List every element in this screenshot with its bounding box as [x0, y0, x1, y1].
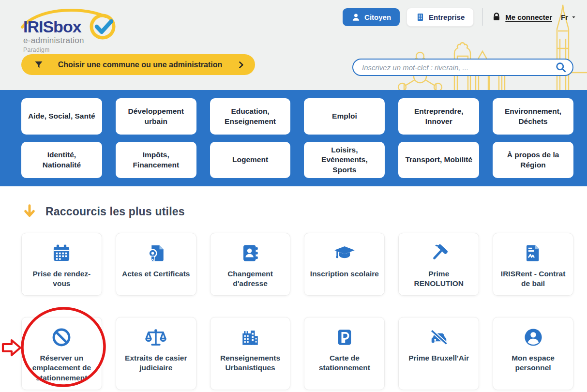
header-actions: Citoyen Entreprise Me connecter Fr — [343, 7, 576, 27]
category-band: Aide, Social, Santé Développement urbain… — [0, 90, 587, 186]
person-circle-icon — [523, 326, 544, 348]
shortcut-renseignements-urbanistiques[interactable]: Renseignements Urbanistiques — [210, 317, 291, 390]
shortcut-label: IRISRent - Contrat de bail — [498, 269, 568, 288]
shortcut-label: Actes et Certificats — [122, 269, 190, 279]
shortcut-label: Prise de rendez-vous — [27, 269, 97, 288]
shortcut-irisrent-contrat-de-bail[interactable]: IRISRent - Contrat de bail — [493, 233, 573, 296]
search-input[interactable] — [362, 63, 555, 72]
calendar-icon — [51, 242, 72, 264]
category-aide-social-sante[interactable]: Aide, Social, Santé — [21, 98, 102, 135]
shortcut-changement-adresse[interactable]: Changement d'adresse — [210, 233, 291, 296]
logo-subtitle: e-administration — [23, 36, 84, 45]
chevron-right-icon — [237, 60, 245, 69]
shortcut-label: Prime RENOLUTION — [404, 269, 474, 288]
red-arrow-annotation — [3, 340, 20, 355]
justice-scales-icon — [145, 326, 167, 348]
citoyen-button[interactable]: Citoyen — [343, 8, 400, 26]
shortcut-label: Prime Bruxell'Air — [408, 353, 469, 363]
filter-icon — [34, 60, 44, 70]
category-label: À propos de la Région — [498, 150, 568, 169]
category-label: Loisirs, Evénements, Sports — [310, 145, 379, 174]
lock-icon — [492, 12, 501, 22]
shortcuts-row-2: Réserver un emplacement de stationnement… — [21, 317, 573, 390]
choose-commune-label: Choisir une commune ou une administratio… — [44, 60, 237, 69]
shortcut-prime-renolution[interactable]: Prime RENOLUTION — [398, 233, 479, 296]
category-label: Logement — [232, 155, 268, 165]
category-developpement-urbain[interactable]: Développement urbain — [116, 98, 196, 135]
language-selector[interactable]: Fr — [561, 13, 576, 21]
page-header: IRISbox e-administration Paradigm Citoye… — [0, 0, 587, 90]
shortcut-label: Mon espace personnel — [498, 353, 568, 373]
category-impots-financement[interactable]: Impôts, Financement — [116, 142, 196, 178]
caret-down-icon — [571, 15, 576, 20]
shortcut-inscription-scolaire[interactable]: Inscription scolaire — [304, 233, 385, 296]
category-label: Impôts, Financement — [121, 150, 191, 169]
shortcut-label: Renseignements Urbanistiques — [215, 353, 286, 373]
category-label: Développement urbain — [121, 106, 191, 126]
category-label: Environnement, Déchets — [498, 106, 568, 126]
shortcut-label: Réserver un emplacement de stationnement — [27, 353, 97, 382]
shortcuts-header: Raccourcis les plus utiles — [22, 202, 573, 221]
category-education-enseignement[interactable]: Education, Enseignement — [210, 98, 291, 135]
entreprise-label: Entreprise — [429, 13, 465, 21]
logo-tagline: Paradigm — [23, 46, 50, 53]
lease-contract-icon — [523, 242, 543, 264]
shortcut-reserver-emplacement-stationnement[interactable]: Réserver un emplacement de stationnement — [21, 317, 102, 390]
me-connecter-label: Me connecter — [505, 13, 552, 21]
category-loisirs-evenements-sports[interactable]: Loisirs, Evénements, Sports — [304, 142, 385, 178]
search-bar — [352, 59, 573, 76]
building-icon — [416, 13, 425, 22]
shortcut-mon-espace-personnel[interactable]: Mon espace personnel — [493, 317, 573, 390]
buildings-icon — [240, 326, 261, 348]
citoyen-label: Citoyen — [364, 13, 391, 21]
address-book-icon — [240, 242, 260, 264]
shortcuts-title: Raccourcis les plus utiles — [45, 205, 185, 218]
me-connecter-link[interactable]: Me connecter — [492, 12, 552, 22]
category-entreprendre-innover[interactable]: Entreprendre, Innover — [398, 98, 479, 135]
no-entry-icon — [51, 326, 72, 348]
shortcut-label: Changement d'adresse — [215, 269, 286, 288]
certificate-icon — [146, 242, 166, 264]
graduation-cap-icon — [333, 242, 356, 264]
shortcut-label: Extraits de casier judiciaire — [121, 353, 191, 373]
category-environnement-dechets[interactable]: Environnement, Déchets — [493, 98, 573, 135]
language-label: Fr — [561, 13, 568, 21]
category-label: Education, Enseignement — [216, 106, 285, 126]
shortcuts-row-1: Prise de rendez-vous Actes et Certificat… — [21, 233, 573, 296]
choose-commune-button[interactable]: Choisir une commune ou une administratio… — [21, 54, 255, 75]
category-a-propos-region[interactable]: À propos de la Région — [493, 142, 573, 178]
irisbox-logo[interactable]: IRISbox e-administration Paradigm — [19, 4, 131, 52]
header-divider — [482, 8, 483, 26]
hammer-icon — [429, 242, 449, 264]
shortcut-carte-de-stationnement[interactable]: Carte de stationnement — [304, 317, 385, 390]
category-label: Entreprendre, Innover — [404, 106, 473, 126]
logo-title: IRISbox — [23, 17, 81, 36]
down-arrow-icon — [22, 204, 37, 219]
shortcut-actes-et-certificats[interactable]: Actes et Certificats — [116, 233, 196, 296]
category-logement[interactable]: Logement — [210, 142, 291, 178]
category-label: Identité, Nationalité — [27, 150, 96, 169]
category-transport-mobilite[interactable]: Transport, Mobilité — [398, 142, 479, 178]
person-icon — [351, 13, 361, 22]
parking-icon — [334, 326, 355, 348]
category-label: Emploi — [332, 111, 357, 121]
category-label: Transport, Mobilité — [405, 155, 472, 165]
car-slash-icon — [428, 326, 450, 348]
shortcut-prise-de-rendez-vous[interactable]: Prise de rendez-vous — [21, 233, 102, 296]
shortcut-prime-bruxellair[interactable]: Prime Bruxell'Air — [398, 317, 479, 390]
shortcut-extraits-casier-judiciaire[interactable]: Extraits de casier judiciaire — [116, 317, 196, 390]
shortcut-label: Inscription scolaire — [310, 269, 379, 279]
shortcut-label: Carte de stationnement — [309, 353, 379, 373]
entreprise-button[interactable]: Entreprise — [406, 8, 474, 27]
category-emploi[interactable]: Emploi — [304, 98, 385, 135]
search-icon[interactable] — [555, 61, 567, 73]
category-identite-nationalite[interactable]: Identité, Nationalité — [21, 142, 102, 178]
category-label: Aide, Social, Santé — [28, 111, 95, 121]
